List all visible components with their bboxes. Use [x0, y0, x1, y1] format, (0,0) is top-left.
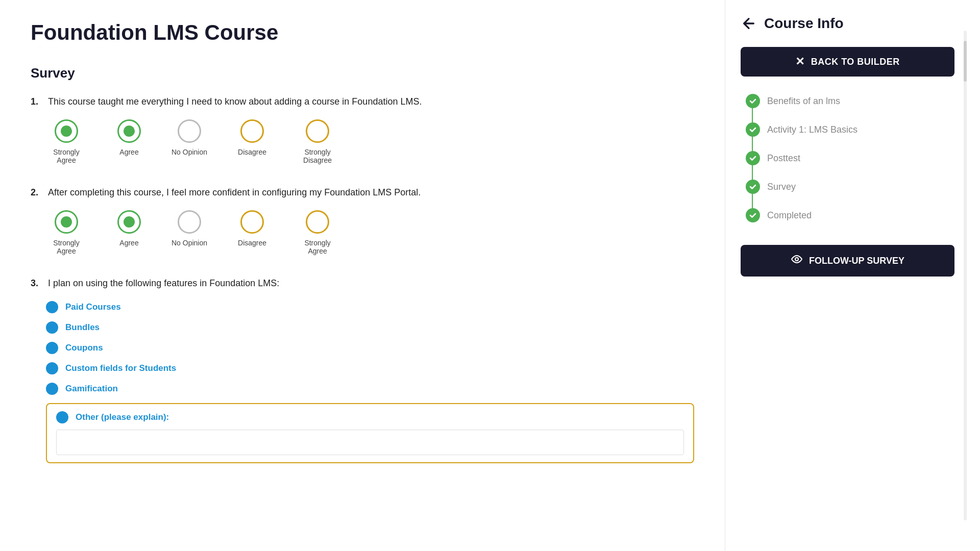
- x-icon: ✕: [795, 55, 805, 68]
- question-2-number: 2.: [31, 187, 43, 198]
- radio-circle-agree-2[interactable]: [117, 210, 141, 234]
- radio-circle-disagree-1[interactable]: [240, 119, 264, 143]
- checkbox-label-bundles: Bundles: [65, 322, 100, 333]
- survey-title: Survey: [31, 65, 694, 81]
- follow-up-survey-button[interactable]: FOLLOW-UP SURVEY: [741, 245, 954, 277]
- checkmark-icon: [749, 126, 757, 134]
- back-to-builder-label: BACK TO BUILDER: [811, 57, 900, 67]
- radio-option[interactable]: Disagree: [238, 210, 266, 247]
- question-2-options: Strongly Agree Agree No Opinion Disagree…: [46, 210, 694, 255]
- other-input[interactable]: [56, 430, 684, 455]
- radio-label-strongly-disagree-2: Strongly Agree: [297, 239, 338, 255]
- other-label: Other (please explain):: [56, 411, 684, 423]
- check-circle: [746, 208, 760, 222]
- nav-label-completed: Completed: [767, 210, 812, 221]
- checkbox-label-coupons: Coupons: [65, 343, 103, 353]
- radio-label-no-opinion-1: No Opinion: [172, 148, 207, 156]
- checkbox-label-custom-fields: Custom fields for Students: [65, 363, 176, 373]
- nav-list: Benefits of an lms Activity 1: LMS Basic…: [741, 87, 954, 230]
- scrollbar-track[interactable]: [964, 31, 967, 520]
- radio-label-disagree-2: Disagree: [238, 239, 266, 247]
- radio-label-agree-2: Agree: [119, 239, 138, 247]
- nav-label-survey: Survey: [767, 182, 796, 192]
- checkbox-paid-courses[interactable]: Paid Courses: [46, 301, 694, 313]
- nav-item-completed[interactable]: Completed: [746, 201, 954, 230]
- radio-option[interactable]: No Opinion: [172, 119, 207, 156]
- nav-label-activity1: Activity 1: LMS Basics: [767, 124, 857, 135]
- question-2: 2. After completing this course, I feel …: [31, 187, 694, 255]
- course-info-label: Course Info: [764, 15, 844, 32]
- checkbox-dot: [46, 321, 58, 334]
- checkbox-dot: [46, 342, 58, 354]
- radio-circle-disagree-2[interactable]: [240, 210, 264, 234]
- radio-circle-strongly-disagree-2[interactable]: [306, 210, 329, 234]
- radio-label-agree-1: Agree: [119, 148, 138, 156]
- nav-item-survey[interactable]: Survey: [746, 172, 954, 201]
- radio-label-strongly-disagree-1: Strongly Disagree: [297, 148, 338, 164]
- radio-inner: [124, 126, 135, 137]
- nav-label-benefits: Benefits of an lms: [767, 96, 840, 107]
- radio-circle-strongly-agree-1[interactable]: [55, 119, 78, 143]
- radio-circle-no-opinion-2[interactable]: [178, 210, 201, 234]
- radio-option[interactable]: Strongly Agree: [297, 210, 338, 255]
- checkbox-dot-other: [56, 411, 68, 423]
- radio-inner: [61, 216, 72, 228]
- radio-label-no-opinion-2: No Opinion: [172, 239, 207, 247]
- check-circle: [746, 151, 760, 165]
- other-label-text: Other (please explain):: [76, 412, 169, 422]
- question-1-number: 1.: [31, 96, 43, 107]
- radio-option[interactable]: Agree: [117, 119, 141, 156]
- radio-circle-strongly-agree-2[interactable]: [55, 210, 78, 234]
- question-1-text: This course taught me everything I need …: [48, 96, 422, 107]
- question-1: 1. This course taught me everything I ne…: [31, 96, 694, 164]
- radio-option[interactable]: No Opinion: [172, 210, 207, 247]
- checkbox-bundles[interactable]: Bundles: [46, 321, 694, 334]
- check-circle: [746, 94, 760, 108]
- checkmark-icon: [749, 154, 757, 162]
- question-1-options: Strongly Agree Agree No Opinion Disagree: [46, 119, 694, 164]
- question-3-text: I plan on using the following features i…: [48, 278, 279, 289]
- page-title: Foundation LMS Course: [31, 20, 694, 45]
- radio-label-strongly-agree-1: Strongly Agree: [46, 148, 87, 164]
- radio-option[interactable]: Strongly Agree: [46, 210, 87, 255]
- question-3-number: 3.: [31, 278, 43, 289]
- radio-label-disagree-1: Disagree: [238, 148, 266, 156]
- checkbox-label-gamification: Gamification: [65, 384, 118, 394]
- checkbox-dot: [46, 362, 58, 374]
- check-circle: [746, 180, 760, 194]
- radio-option[interactable]: Disagree: [238, 119, 266, 156]
- radio-circle-agree-1[interactable]: [117, 119, 141, 143]
- checkbox-gamification[interactable]: Gamification: [46, 383, 694, 395]
- nav-item-posttest[interactable]: Posttest: [746, 144, 954, 172]
- main-content: Foundation LMS Course Survey 1. This cou…: [0, 0, 725, 551]
- nav-item-activity1[interactable]: Activity 1: LMS Basics: [746, 115, 954, 144]
- other-block: Other (please explain):: [46, 403, 694, 463]
- radio-circle-strongly-disagree-1[interactable]: [306, 119, 329, 143]
- checkbox-custom-fields[interactable]: Custom fields for Students: [46, 362, 694, 374]
- checkbox-label-paid-courses: Paid Courses: [65, 302, 121, 312]
- question-2-text: After completing this course, I feel mor…: [48, 187, 421, 198]
- checkbox-dot: [46, 301, 58, 313]
- back-to-builder-button[interactable]: ✕ BACK TO BUILDER: [741, 47, 954, 77]
- follow-up-label: FOLLOW-UP SURVEY: [809, 256, 904, 266]
- radio-inner: [61, 126, 72, 137]
- checkmark-icon: [749, 183, 757, 191]
- checkboxes: Paid Courses Bundles Coupons Custom fiel…: [46, 301, 694, 463]
- checkbox-dot: [46, 383, 58, 395]
- radio-option[interactable]: Strongly Agree: [46, 119, 87, 164]
- eye-icon: [791, 253, 803, 268]
- radio-circle-no-opinion-1[interactable]: [178, 119, 201, 143]
- radio-option[interactable]: Agree: [117, 210, 141, 247]
- sidebar: Course Info ✕ BACK TO BUILDER Benefits o…: [725, 0, 970, 551]
- checkmark-icon: [749, 211, 757, 219]
- checkbox-coupons[interactable]: Coupons: [46, 342, 694, 354]
- back-icon: [741, 15, 757, 32]
- checkmark-icon: [749, 97, 757, 105]
- question-3: 3. I plan on using the following feature…: [31, 278, 694, 463]
- svg-point-0: [795, 258, 798, 261]
- radio-option[interactable]: Strongly Disagree: [297, 119, 338, 164]
- nav-item-benefits[interactable]: Benefits of an lms: [746, 87, 954, 115]
- radio-label-strongly-agree-2: Strongly Agree: [46, 239, 87, 255]
- scrollbar-thumb[interactable]: [964, 41, 967, 82]
- radio-inner: [124, 216, 135, 228]
